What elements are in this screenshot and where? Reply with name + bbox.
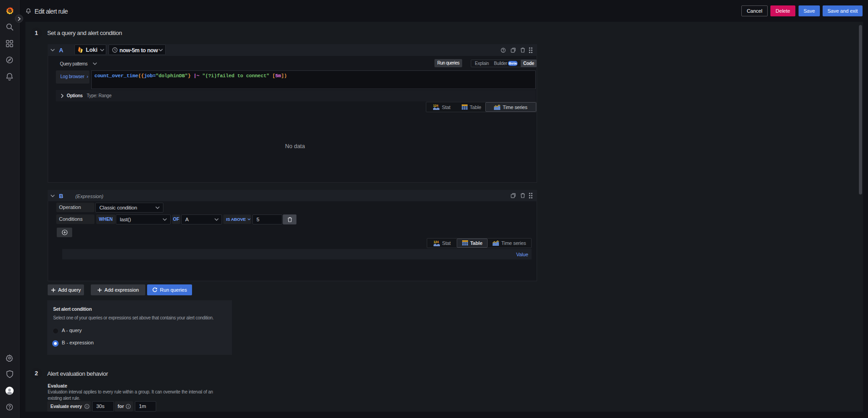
svg-text:124: 124 bbox=[434, 240, 439, 244]
svg-text:124: 124 bbox=[433, 104, 438, 107]
